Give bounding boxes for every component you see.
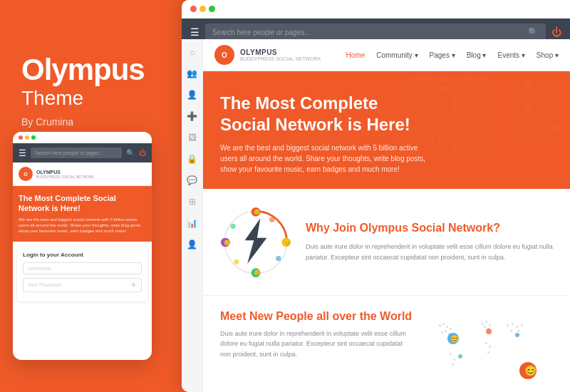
logo-group: O OLYMPUS BUDDYPRESS SOCIAL NETWORK [214, 45, 321, 65]
svg-point-19 [269, 217, 274, 222]
svg-point-51 [486, 329, 492, 334]
lightning-svg: 😊 😊 😊 😊 [220, 203, 291, 282]
nav-home[interactable]: Home [346, 51, 366, 59]
mobile-nav-bar: ☰ Search here people or pages... 🔍 ⏻ [13, 143, 152, 163]
mobile-hero-section: The Most Complete Social Network is Here… [13, 186, 152, 242]
mobile-password-placeholder: Your Password [28, 282, 61, 287]
svg-rect-28 [450, 328, 452, 330]
meet-title-accent: all over the World [316, 310, 412, 322]
desktop-hamburger-icon[interactable]: ☰ [190, 26, 200, 38]
mobile-login-box: Login to your Account Username Your Pass… [17, 246, 147, 301]
svg-rect-38 [510, 330, 512, 332]
logo-text-group: OLYMPUS BUDDYPRESS SOCIAL NETWORK [240, 48, 321, 61]
why-title-plain: Why Join [306, 222, 360, 234]
svg-point-4 [523, 103, 532, 111]
meet-people-section: Meet New People all over the World Duis … [203, 296, 570, 388]
mobile-logo-tagline: BUDDYPRESS SOCIAL NETWORK [36, 175, 94, 179]
mobile-logo-text-group: OLYMPUS BUDDYPRESS SOCIAL NETWORK [36, 170, 94, 179]
sidebar-icon-person-circle[interactable]: 👤 [187, 239, 198, 250]
mobile-username-field[interactable]: Username [23, 262, 142, 274]
sidebar-icon-lock[interactable]: 🔒 [187, 153, 198, 165]
mobile-hamburger-icon[interactable]: ☰ [19, 148, 26, 158]
mobile-power-icon[interactable]: ⏻ [139, 149, 146, 157]
meet-people-text: Meet New People all over the World Duis … [220, 310, 413, 374]
svg-rect-40 [521, 324, 523, 326]
desktop-search-bar[interactable]: Search here people or pages... 🔍 [205, 24, 546, 41]
desktop-search-placeholder: Search here people or pages... [212, 29, 310, 36]
desktop-dot-green [209, 6, 215, 12]
svg-rect-25 [446, 326, 448, 328]
svg-point-20 [276, 256, 281, 261]
lightning-graphic: 😊 😊 😊 😊 [220, 203, 291, 282]
mobile-dot-green [31, 135, 36, 140]
mobile-password-field[interactable]: Your Password 👁 [23, 278, 142, 292]
meet-title-plain: Meet New People [220, 310, 316, 322]
desktop-sidebar: ⌂ 👥 👤 ➕ 🖼 🔒 💬 ⊞ 📊 👤 [182, 39, 203, 392]
sidebar-icon-chat[interactable]: 💬 [187, 175, 198, 186]
mobile-search-icon[interactable]: 🔍 [126, 149, 135, 157]
svg-rect-24 [442, 323, 445, 325]
svg-point-6 [551, 103, 560, 111]
desktop-power-icon[interactable]: ⏻ [551, 26, 561, 38]
svg-rect-34 [484, 326, 486, 328]
logo-letter: O [222, 51, 227, 59]
logo-circle: O [214, 45, 234, 65]
svg-rect-46 [452, 363, 454, 366]
mobile-mockup: ☰ Search here people or pages... 🔍 ⏻ O O… [13, 132, 152, 360]
desktop-hero-section: 10 01 10 11 00 10 01 10 00 11 10 01 10 0… [203, 71, 570, 189]
svg-rect-44 [450, 353, 452, 355]
mobile-search-bar[interactable]: Search here people or pages... [31, 148, 122, 158]
desktop-dot-red [190, 6, 197, 12]
meet-people-description: Duis aute irure dolor in reprehenderit i… [220, 329, 413, 359]
desktop-dot-yellow [200, 6, 206, 12]
sidebar-icon-person-add[interactable]: ➕ [187, 110, 198, 122]
hero-pattern: 10 01 10 11 00 10 01 10 00 11 10 01 10 0… [413, 71, 570, 189]
sidebar-icon-grid[interactable]: ⊞ [187, 196, 198, 207]
svg-point-21 [231, 223, 236, 228]
svg-rect-23 [439, 324, 441, 326]
mobile-logo-circle: O [19, 167, 33, 181]
svg-rect-30 [482, 323, 484, 325]
svg-rect-39 [517, 330, 519, 332]
nav-community[interactable]: Community ▾ [376, 51, 418, 59]
svg-rect-36 [512, 323, 514, 325]
world-map-graphic: 😊 😊 [425, 310, 553, 374]
mobile-login-title: Login to your Account [23, 252, 142, 258]
why-title-accent: Olympus Social Network [360, 222, 494, 234]
nav-shop[interactable]: Shop ▾ [537, 51, 559, 59]
nav-pages[interactable]: Pages ▾ [430, 51, 455, 59]
nav-events[interactable]: Events ▾ [498, 51, 525, 59]
nav-blog[interactable]: Blog ▾ [467, 51, 487, 59]
svg-point-2 [537, 81, 546, 90]
desktop-hero-title: The Most Complete Social Network is Here… [220, 93, 420, 135]
svg-text:😊: 😊 [450, 334, 460, 344]
mobile-hero-title: The Most Complete Social Network is Here… [19, 193, 146, 214]
svg-rect-32 [489, 324, 491, 326]
sidebar-icon-group[interactable]: 👥 [187, 68, 198, 79]
mobile-logo-bar: O OLYMPUS BUDDYPRESS SOCIAL NETWORK [13, 163, 152, 186]
mobile-eye-icon: 👁 [130, 282, 137, 289]
svg-text:😊: 😊 [254, 209, 261, 215]
sidebar-icon-home[interactable]: ⌂ [187, 46, 198, 58]
svg-rect-31 [485, 321, 487, 323]
mobile-top-bar [13, 132, 152, 143]
mobile-dot-red [19, 135, 23, 140]
sidebar-icon-person[interactable]: 👤 [187, 89, 198, 100]
svg-point-7 [523, 124, 532, 133]
sidebar-icon-chart[interactable]: 📊 [187, 217, 198, 229]
why-join-title: Why Join Olympus Social Network? [306, 222, 553, 234]
logo-name: OLYMPUS [240, 48, 321, 56]
desktop-search-icon[interactable]: 🔍 [528, 27, 539, 37]
sidebar-icon-gallery[interactable]: 🖼 [187, 132, 198, 143]
svg-text:😊: 😊 [524, 365, 537, 377]
svg-rect-27 [441, 331, 443, 334]
desktop-content-area: O OLYMPUS BUDDYPRESS SOCIAL NETWORK Home… [203, 39, 570, 392]
svg-point-1 [523, 81, 532, 90]
brand-title: Olympus [21, 53, 153, 86]
svg-point-53 [458, 354, 462, 359]
mobile-logo-name: OLYMPUS [36, 170, 94, 175]
svg-rect-43 [487, 351, 489, 354]
svg-text:😊: 😊 [254, 269, 261, 276]
why-join-description: Duis aute irure dolor in reprehenderit i… [306, 242, 553, 262]
mobile-username-placeholder: Username [28, 266, 51, 271]
